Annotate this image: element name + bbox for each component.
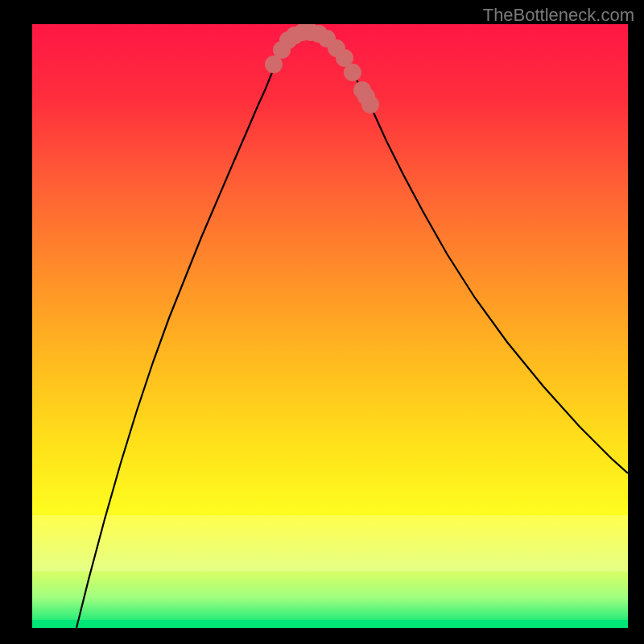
chart-svg — [32, 24, 628, 628]
watermark-label: TheBottleneck.com — [483, 5, 634, 26]
data-dot — [361, 96, 379, 114]
bottleneck-chart — [32, 24, 628, 628]
highlight-band — [32, 515, 628, 572]
green-strip — [32, 620, 628, 628]
data-dot — [344, 64, 361, 81]
